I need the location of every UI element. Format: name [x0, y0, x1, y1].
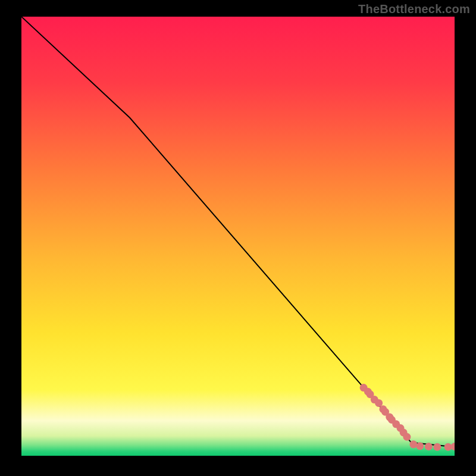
marker-point: [425, 443, 433, 450]
gradient-background: [21, 17, 455, 456]
marker-point: [403, 433, 411, 441]
marker-point: [416, 442, 424, 450]
chart-svg: [21, 17, 455, 456]
marker-point: [409, 440, 417, 448]
chart-frame: TheBottleneck.com: [0, 0, 476, 476]
plot-area: [21, 17, 455, 456]
marker-point: [433, 443, 441, 451]
watermark-text: TheBottleneck.com: [358, 2, 470, 16]
